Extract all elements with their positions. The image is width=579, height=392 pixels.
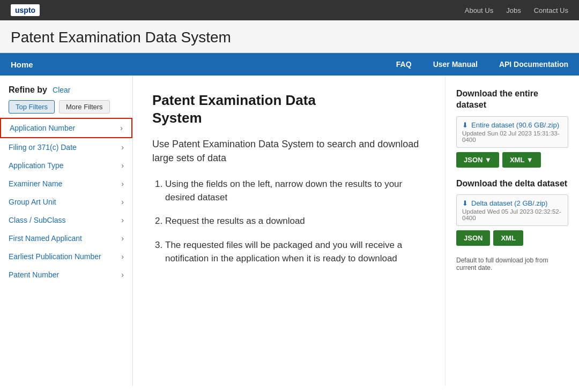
filter-patent-number-label: Patent Number	[9, 270, 59, 279]
main-steps-list: Using the fields on the left, narrow dow…	[152, 178, 426, 265]
filter-application-type-label: Application Type	[9, 161, 63, 170]
nav-home[interactable]: Home	[0, 53, 44, 76]
main-content: Patent Examination Data System Use Paten…	[133, 76, 445, 386]
delta-dataset-file-box: ⬇ Delta dataset (2 GB/.zip) Updated Wed …	[456, 194, 568, 226]
nav-bar-left: Home	[0, 53, 44, 76]
filter-first-named-applicant-label: First Named Applicant	[9, 234, 82, 243]
logo: uspto	[11, 4, 40, 16]
filter-earliest-publication-label: Earliest Publication Number	[9, 252, 101, 261]
chevron-right-icon: ›	[121, 270, 124, 279]
entire-xml-btn[interactable]: XML ▼	[502, 152, 541, 168]
filter-application-type[interactable]: Application Type ›	[0, 156, 132, 175]
download-icon: ⬇	[462, 121, 468, 129]
delta-dataset-btn-row: JSON XML	[456, 230, 568, 246]
main-heading: Patent Examination Data System	[152, 92, 426, 126]
delta-note: Default to full download job from curren…	[456, 257, 568, 272]
filter-patent-number[interactable]: Patent Number ›	[0, 266, 132, 284]
more-filters-btn[interactable]: More Filters	[59, 100, 110, 114]
sidebar: Refine by Clear Top Filters More Filters…	[0, 76, 133, 386]
chevron-right-icon: ›	[121, 216, 124, 224]
filter-class-subclass[interactable]: Class / SubClass ›	[0, 211, 132, 229]
site-header: Patent Examination Data System	[0, 20, 579, 53]
chevron-right-icon: ›	[121, 198, 124, 206]
main-layout: Refine by Clear Top Filters More Filters…	[0, 76, 579, 386]
site-title: Patent Examination Data System	[11, 29, 568, 46]
delta-dataset-filename: ⬇ Delta dataset (2 GB/.zip)	[462, 199, 562, 207]
chevron-right-icon: ›	[121, 143, 124, 152]
filter-group-art-unit[interactable]: Group Art Unit ›	[0, 193, 132, 211]
delta-json-btn[interactable]: JSON	[456, 230, 490, 246]
step-3: The requested files will be packaged and…	[165, 239, 426, 265]
delta-dataset-title: Download the delta dataset	[456, 178, 568, 190]
chevron-right-icon: ›	[121, 179, 124, 188]
step-2: Request the results as a download	[165, 215, 426, 228]
right-panel: Download the entire dataset ⬇ Entire dat…	[445, 76, 579, 386]
step-1: Using the fields on the left, narrow dow…	[165, 178, 426, 204]
filter-first-named-applicant[interactable]: First Named Applicant ›	[0, 229, 132, 247]
clear-filters-link[interactable]: Clear	[53, 86, 70, 94]
chevron-right-icon: ›	[120, 124, 123, 132]
sidebar-btn-row: Top Filters More Filters	[0, 100, 132, 118]
entire-dataset-title: Download the entire dataset	[456, 88, 568, 111]
nav-bar: Home FAQ User Manual API Documentation	[0, 53, 579, 76]
refine-by-label: Refine by	[9, 85, 47, 95]
top-filters-btn[interactable]: Top Filters	[9, 100, 55, 114]
entire-dataset-filename: ⬇ Entire dataset (90.6 GB/.zip)	[462, 121, 562, 129]
entire-dataset-updated: Updated Sun 02 Jul 2023 15:31:33-0400	[462, 130, 562, 143]
top-bar: uspto About Us Jobs Contact Us	[0, 0, 579, 20]
entire-dataset-file-box: ⬇ Entire dataset (90.6 GB/.zip) Updated …	[456, 116, 568, 148]
nav-bar-right: FAQ User Manual API Documentation	[385, 53, 579, 76]
chevron-right-icon: ›	[121, 161, 124, 170]
filter-class-subclass-label: Class / SubClass	[9, 216, 66, 224]
entire-json-btn[interactable]: JSON ▼	[456, 152, 499, 168]
nav-faq[interactable]: FAQ	[385, 53, 422, 76]
delta-xml-btn[interactable]: XML	[493, 230, 523, 246]
entire-dataset-btn-row: JSON ▼ XML ▼	[456, 152, 568, 168]
top-nav-about[interactable]: About Us	[465, 6, 493, 14]
download-icon: ⬇	[462, 199, 468, 207]
filter-group-art-unit-label: Group Art Unit	[9, 198, 56, 206]
delta-dataset-updated: Updated Wed 05 Jul 2023 02:32:52-0400	[462, 208, 562, 221]
top-nav-jobs[interactable]: Jobs	[506, 6, 521, 14]
filter-earliest-publication[interactable]: Earliest Publication Number ›	[0, 247, 132, 266]
chevron-right-icon: ›	[121, 252, 124, 261]
filter-filing-date[interactable]: Filing or 371(c) Date ›	[0, 138, 132, 156]
nav-api-docs[interactable]: API Documentation	[488, 53, 579, 76]
nav-user-manual[interactable]: User Manual	[422, 53, 488, 76]
main-intro: Use Patent Examination Data System to se…	[152, 137, 426, 165]
sidebar-refine-header: Refine by Clear	[0, 85, 132, 100]
filter-application-number[interactable]: Application Number ›	[0, 118, 132, 138]
top-nav: About Us Jobs Contact Us	[465, 6, 568, 14]
top-nav-contact[interactable]: Contact Us	[534, 6, 568, 14]
filter-application-number-label: Application Number	[10, 124, 75, 132]
filter-examiner-name[interactable]: Examiner Name ›	[0, 175, 132, 193]
chevron-right-icon: ›	[121, 234, 124, 243]
filter-filing-date-label: Filing or 371(c) Date	[9, 143, 77, 152]
filter-examiner-name-label: Examiner Name	[9, 179, 62, 188]
